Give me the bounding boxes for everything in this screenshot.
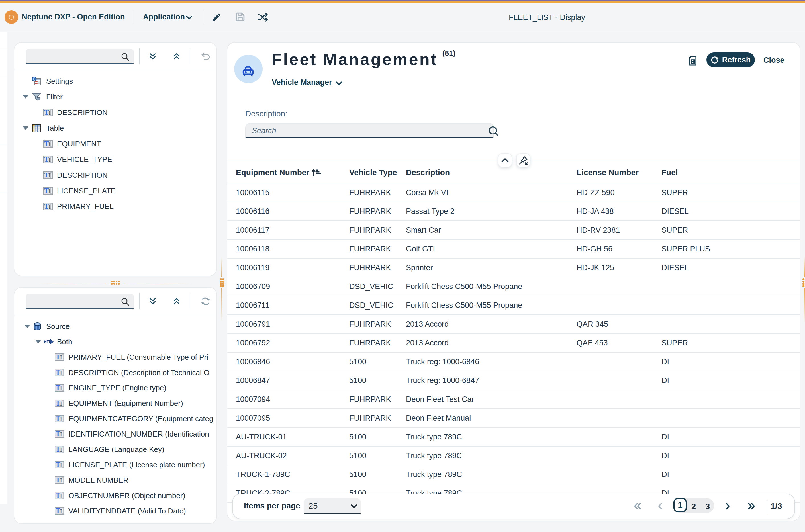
svg-text:I: I [60, 354, 62, 361]
svg-text:I: I [60, 400, 62, 407]
svg-text:I: I [49, 187, 51, 194]
svg-text:I: I [49, 171, 51, 178]
svg-text:I: I [49, 140, 51, 147]
svg-text:I: I [49, 203, 51, 210]
svg-text:I: I [49, 156, 51, 163]
svg-text:I: I [49, 109, 51, 116]
svg-text:I: I [60, 446, 62, 453]
svg-text:I: I [60, 492, 62, 499]
svg-text:I: I [60, 477, 62, 484]
svg-text:I: I [60, 415, 62, 422]
svg-text:I: I [60, 461, 62, 469]
svg-text:I: I [60, 369, 62, 376]
svg-text:I: I [60, 384, 62, 392]
svg-text:I: I [60, 431, 62, 438]
svg-text:I: I [60, 508, 62, 515]
